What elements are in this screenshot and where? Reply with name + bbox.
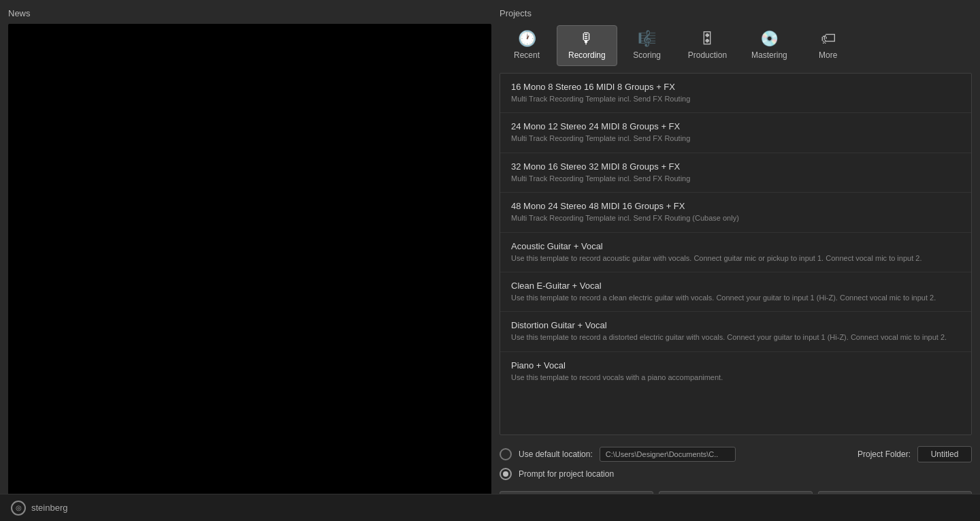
tab-mastering-label: Mastering	[751, 50, 787, 60]
projects-panel: Projects 🕐 Recent 🎙 Recording 🎼 Scoring …	[500, 8, 972, 513]
default-location-row: Use default location: C:\Users\Designer\…	[500, 446, 972, 462]
news-panel: News	[8, 8, 491, 513]
list-item[interactable]: Acoustic Guitar + VocalUse this template…	[500, 233, 971, 272]
template-desc: Multi Track Recording Template incl. Sen…	[511, 94, 960, 104]
prompt-location-label: Prompt for project location	[519, 469, 614, 479]
template-name: 16 Mono 8 Stereo 16 MIDI 8 Groups + FX	[511, 82, 960, 92]
default-location-label: Use default location:	[519, 449, 593, 459]
default-path-display: C:\Users\Designer\Documents\C..	[600, 447, 736, 462]
list-item[interactable]: 48 Mono 24 Stereo 48 MIDI 16 Groups + FX…	[500, 193, 971, 232]
list-item[interactable]: Distortion Guitar + VocalUse this templa…	[500, 312, 971, 351]
tab-production[interactable]: 🎛 Production	[677, 25, 738, 66]
location-options: Use default location: C:\Users\Designer\…	[500, 442, 972, 484]
prompt-location-radio[interactable]	[500, 468, 512, 480]
folder-name-button[interactable]: Untitled	[917, 446, 972, 462]
template-desc: Use this template to record vocals with …	[511, 373, 960, 383]
template-desc: Use this template to record a clean elec…	[511, 293, 960, 303]
logo-text: steinberg	[31, 503, 67, 513]
bottom-bar: ◎ steinberg	[0, 494, 980, 521]
template-name: 24 Mono 12 Stereo 24 MIDI 8 Groups + FX	[511, 121, 960, 131]
list-item[interactable]: 24 Mono 12 Stereo 24 MIDI 8 Groups + FXM…	[500, 113, 971, 153]
steinberg-logo: ◎ steinberg	[11, 501, 67, 516]
tab-recent[interactable]: 🕐 Recent	[500, 25, 554, 66]
template-name: Clean E-Guitar + Vocal	[511, 281, 960, 291]
more-icon: 🏷	[821, 31, 836, 46]
scoring-icon: 🎼	[638, 31, 656, 46]
template-desc: Use this template to record acoustic gui…	[511, 253, 960, 264]
tab-recording[interactable]: 🎙 Recording	[557, 25, 617, 66]
tab-mastering[interactable]: 💿 Mastering	[740, 25, 798, 66]
tab-scoring[interactable]: 🎼 Scoring	[620, 25, 674, 66]
project-folder-label: Project Folder:	[858, 449, 911, 459]
list-item[interactable]: Piano + VocalUse this template to record…	[500, 352, 971, 391]
list-item[interactable]: 16 Mono 8 Stereo 16 MIDI 8 Groups + FXMu…	[500, 74, 971, 113]
logo-icon: ◎	[11, 501, 26, 516]
prompt-location-row: Prompt for project location	[500, 468, 972, 480]
tab-production-label: Production	[688, 50, 727, 60]
projects-header: Projects	[500, 8, 972, 18]
production-icon: 🎛	[700, 31, 715, 46]
tab-scoring-label: Scoring	[633, 50, 661, 60]
tab-more-label: More	[819, 50, 837, 60]
template-desc: Multi Track Recording Template incl. Sen…	[511, 213, 960, 223]
category-tabs: 🕐 Recent 🎙 Recording 🎼 Scoring 🎛 Product…	[500, 25, 972, 66]
recent-icon: 🕐	[518, 31, 536, 46]
template-name: 48 Mono 24 Stereo 48 MIDI 16 Groups + FX	[511, 201, 960, 211]
tab-more[interactable]: 🏷 More	[801, 25, 855, 66]
template-name: Piano + Vocal	[511, 360, 960, 370]
template-desc: Multi Track Recording Template incl. Sen…	[511, 174, 960, 184]
list-item[interactable]: 32 Mono 16 Stereo 32 MIDI 8 Groups + FXM…	[500, 153, 971, 193]
tab-recording-label: Recording	[568, 50, 606, 60]
template-name: 32 Mono 16 Stereo 32 MIDI 8 Groups + FX	[511, 161, 960, 172]
recording-icon: 🎙	[579, 31, 594, 46]
template-name: Acoustic Guitar + Vocal	[511, 241, 960, 251]
news-header: News	[8, 8, 491, 18]
radio-inner-dot	[503, 471, 508, 477]
template-desc: Multi Track Recording Template incl. Sen…	[511, 133, 960, 144]
template-name: Distortion Guitar + Vocal	[511, 320, 960, 330]
app-container: News Projects 🕐 Recent 🎙 Recording 🎼 Sco…	[0, 0, 980, 521]
template-desc: Use this template to record a distorted …	[511, 332, 960, 343]
mastering-icon: 💿	[760, 31, 779, 46]
news-content	[8, 24, 491, 513]
templates-list: 16 Mono 8 Stereo 16 MIDI 8 Groups + FXMu…	[500, 73, 972, 435]
list-item[interactable]: Clean E-Guitar + VocalUse this template …	[500, 272, 971, 312]
tab-recent-label: Recent	[514, 50, 540, 60]
default-location-radio[interactable]	[500, 448, 512, 460]
